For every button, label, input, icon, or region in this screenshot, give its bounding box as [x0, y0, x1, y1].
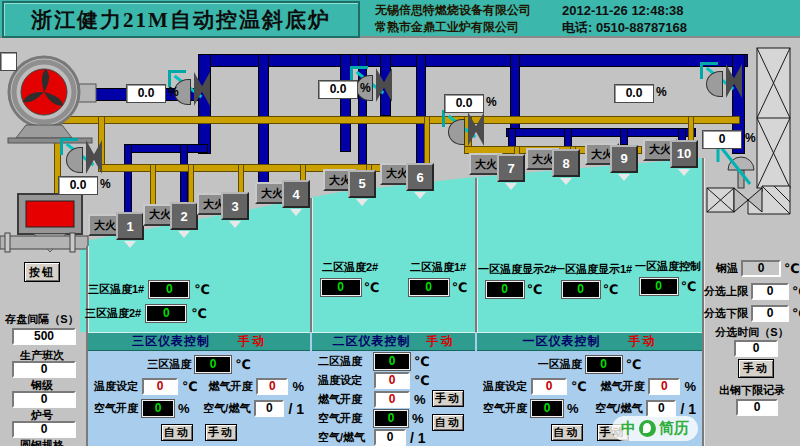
burner-3: 3: [221, 192, 249, 220]
sort-upper-input[interactable]: 0: [751, 283, 789, 300]
burner-8: 8: [552, 149, 580, 177]
gas-valve[interactable]: [442, 108, 488, 150]
sort-lower-row: 分选下限 0 ℃: [704, 305, 800, 322]
sort-time-input[interactable]: 0: [734, 340, 778, 357]
zone1-display2-label: 一区温度显示2#: [478, 262, 550, 277]
panel-mode: 手动: [427, 333, 455, 350]
gas-pipe-drop: [424, 116, 430, 164]
zone2-auto-button[interactable]: 自动: [432, 414, 464, 431]
unit-percent: %: [292, 379, 304, 394]
company-line2: 常熟市金鼎工业炉有限公司: [375, 19, 531, 36]
zone3-temp1-label: 三区温度1#: [88, 282, 144, 297]
zone3-auto-button[interactable]: 自动: [161, 424, 193, 441]
air-pipe-drop: [180, 144, 188, 204]
tap-lower-record-label: 出钢下限记录: [708, 383, 796, 398]
unit-celsius: ℃: [784, 261, 800, 276]
zone1-air-opening-display: 0: [531, 400, 563, 417]
air-pipe-drop: [124, 144, 132, 214]
temp-set-label: 温度设定: [483, 379, 527, 394]
zone2-temp2-label: 二区温度2#: [314, 260, 386, 275]
zone1-temp-set-input[interactable]: 0: [531, 378, 567, 395]
zone1-air-gas-ratio-input[interactable]: 0: [646, 400, 676, 417]
zone3-temp-display: 0: [195, 356, 231, 373]
zone3-temp2-display: 0: [146, 305, 186, 322]
unit-percent: %: [414, 392, 426, 407]
sidebar-button[interactable]: 按钮: [24, 262, 60, 282]
zone1-gas-opening-input[interactable]: 0: [648, 378, 680, 395]
valve-opening-display: 0.0: [126, 84, 166, 103]
valve-body-icon: [194, 72, 210, 106]
air-valve[interactable]: [700, 60, 746, 102]
panel-title: 二区仪表控制: [333, 333, 411, 350]
unit-percent: %: [486, 95, 497, 109]
zone1-display2-display: 0: [486, 281, 524, 298]
panel-mode: 手动: [629, 333, 657, 350]
burner-10: 10: [670, 140, 698, 168]
header: 浙江健力21M自动控温斜底炉 无锡倍思特燃烧设备有限公司 常熟市金鼎工业炉有限公…: [0, 0, 800, 38]
shift-input[interactable]: 0: [12, 361, 76, 378]
air-pipe-riser: [258, 54, 269, 196]
save-interval-label: 存盘间隔（S）: [0, 312, 84, 327]
save-interval-input[interactable]: 500: [12, 328, 76, 345]
unit-percent: %: [745, 131, 756, 145]
datetime: 2012-11-26 12:48:38: [562, 2, 687, 19]
sort-lower-input[interactable]: 0: [751, 305, 789, 322]
right-manual-button[interactable]: 手动: [738, 359, 774, 378]
zone3-air-gas-ratio-input[interactable]: 0: [254, 400, 284, 417]
burner-5: 5: [348, 170, 376, 198]
unit-celsius: ℃: [414, 354, 430, 369]
zone1-display2-group: 一区温度显示2# 0℃: [478, 262, 550, 298]
valve-body-icon: [376, 68, 392, 102]
zone3-manual-button[interactable]: 手动: [205, 424, 237, 441]
phone: 电话: 0510-88787168: [562, 19, 687, 36]
zone2-temp-label: 二区温度: [318, 354, 370, 369]
air-gas-ratio-label: 空气/燃气: [318, 430, 370, 445]
burner-nozzle-icon: [356, 199, 368, 206]
unit-percent: %: [100, 177, 111, 191]
watermark-prefix: 中: [621, 419, 636, 438]
tap-lower-record-input[interactable]: 0: [736, 399, 778, 416]
zone2-panel-header: 二区仪表控制 手动: [312, 332, 475, 351]
zone2-temp1-display: 0: [409, 279, 449, 296]
unit-celsius: ℃: [792, 306, 800, 321]
unit-celsius: ℃: [452, 280, 468, 295]
burner-nozzle-icon: [560, 178, 572, 185]
zone3-temp2-row: 三区温度2# 0 ℃: [85, 305, 207, 322]
temp-set-label: 温度设定: [318, 373, 370, 388]
ratio-denominator: / 1: [410, 430, 426, 446]
zone1-control-display: 0: [640, 278, 678, 295]
unit-celsius: ℃: [414, 373, 430, 388]
zone2-manual-button[interactable]: 手动: [432, 390, 464, 407]
unit-celsius: ℃: [792, 284, 800, 299]
burner-nozzle-icon: [414, 192, 426, 199]
valve-actuator-icon: [448, 119, 465, 145]
sort-upper-label: 分选上限: [704, 284, 748, 299]
gas-opening-label: 燃气开度: [208, 379, 252, 394]
zone2-gas-opening-input[interactable]: 0: [374, 391, 410, 408]
burner-nozzle-icon: [618, 174, 630, 181]
gas-opening-label: 燃气开度: [318, 392, 370, 407]
zone2-temp-set-input[interactable]: 0: [374, 372, 410, 389]
gas-valve[interactable]: [60, 136, 106, 178]
steel-grade-input[interactable]: 0: [12, 391, 76, 408]
watermark-suffix: 简历: [659, 419, 689, 438]
air-pipe-drop: [620, 128, 628, 145]
watermark: 中 简历: [612, 416, 698, 441]
zone1-display1-label: 一区温度显示1#: [554, 262, 626, 277]
unit-celsius: ℃: [626, 357, 642, 372]
zone3-gas-opening-input[interactable]: 0: [256, 378, 288, 395]
zone3-panel-header: 三区仪表控制 手动: [88, 332, 310, 351]
zone3-temp-set-input[interactable]: 0: [142, 378, 178, 395]
zone2-temp1-group: 二区温度1# 0℃: [402, 260, 474, 296]
valve-body-icon: [726, 64, 742, 98]
air-gas-ratio-label: 空气/燃气: [595, 401, 642, 416]
unit-celsius: ℃: [571, 379, 587, 394]
zone1-auto-button[interactable]: 自动: [551, 424, 583, 441]
steel-temp-display: 0: [741, 260, 781, 277]
unit-celsius: ℃: [603, 282, 619, 297]
ratio-denominator: / 1: [680, 401, 696, 417]
zone3-temp-label: 三区温度: [147, 357, 191, 372]
zone3-temp2-label: 三区温度2#: [85, 306, 141, 321]
furnace-no-input[interactable]: 0: [12, 421, 76, 438]
zone2-air-gas-ratio-input[interactable]: 0: [374, 429, 406, 446]
